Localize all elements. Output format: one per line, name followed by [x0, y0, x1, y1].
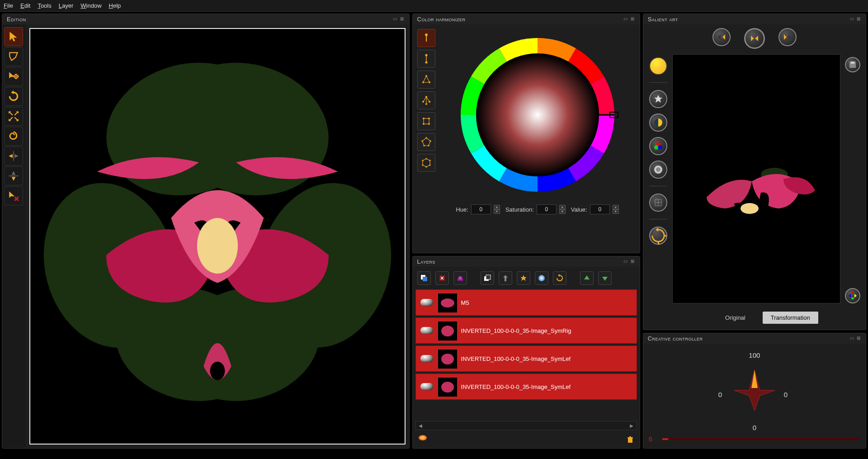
- original-tab[interactable]: Original: [717, 312, 754, 324]
- layer-thumbnail: [438, 321, 457, 340]
- panel-close-icon[interactable]: ⊠: [856, 336, 861, 341]
- sat-spinner[interactable]: ▲▼: [559, 205, 566, 214]
- triad-scheme[interactable]: [417, 71, 435, 89]
- slider-value: 6: [649, 435, 658, 443]
- saturation-input[interactable]: [537, 204, 557, 214]
- move-up-button[interactable]: [580, 271, 594, 285]
- hue-input[interactable]: [471, 204, 491, 214]
- layer-thumbnail: [438, 293, 457, 312]
- scroll-right-icon[interactable]: ►: [629, 422, 635, 429]
- layers-title: Layers: [417, 258, 435, 265]
- pentagon-scheme[interactable]: [417, 133, 435, 151]
- visibility-toggle-icon[interactable]: [420, 383, 433, 390]
- mono-scheme[interactable]: [417, 29, 435, 47]
- grid-mode-button[interactable]: [649, 194, 667, 212]
- color-layer-button[interactable]: [535, 271, 548, 285]
- val-spinner[interactable]: ▲▼: [613, 205, 619, 214]
- effects-layer-button[interactable]: [517, 271, 530, 285]
- panel-minimize-icon[interactable]: ▭: [393, 17, 398, 22]
- visibility-toggle-icon[interactable]: [420, 327, 433, 334]
- panel-close-icon[interactable]: ⊠: [630, 17, 635, 22]
- reset-variation-button[interactable]: [744, 28, 765, 49]
- save-preview-button[interactable]: [845, 57, 860, 72]
- panel-minimize-icon[interactable]: ▭: [849, 336, 854, 341]
- split-scheme[interactable]: [417, 91, 435, 109]
- svg-point-52: [441, 354, 454, 364]
- scroll-left-icon[interactable]: ◄: [418, 422, 424, 429]
- panel-close-icon[interactable]: ⊠: [856, 17, 861, 22]
- merge-layer-button[interactable]: [499, 271, 512, 285]
- cycle-button[interactable]: [649, 227, 667, 245]
- menu-layer[interactable]: Layer: [59, 2, 74, 9]
- layer-name: INVERTED_100-0-0-0_35-Image_SymLef: [461, 355, 571, 362]
- canvas[interactable]: [29, 28, 406, 445]
- rgb-mode-button[interactable]: [649, 137, 667, 155]
- menu-file[interactable]: File: [4, 2, 13, 9]
- svg-rect-58: [629, 436, 631, 437]
- star-left-value: 0: [718, 391, 722, 398]
- delete-tool[interactable]: [4, 186, 23, 205]
- visibility-toggle-icon[interactable]: [420, 299, 433, 306]
- creative-star-control[interactable]: 100 0 0 0: [649, 349, 860, 431]
- hue-wheel-button[interactable]: [845, 288, 860, 303]
- complementary-scheme[interactable]: [417, 50, 435, 68]
- duplicate-layer-button[interactable]: [453, 271, 467, 285]
- visibility-toggle-icon[interactable]: [420, 355, 433, 362]
- reset-layer-button[interactable]: [553, 271, 566, 285]
- menu-window[interactable]: Window: [80, 2, 101, 9]
- edition-title: Edition: [7, 16, 26, 23]
- delete-layer-button[interactable]: [435, 271, 449, 285]
- trash-button[interactable]: [626, 435, 634, 445]
- creative-controller-title: Creative controller: [648, 335, 703, 342]
- creative-controller-panel: Creative controller ▭ ⊠ 100 0 0 0: [643, 333, 866, 449]
- copy-layer-button[interactable]: [481, 271, 494, 285]
- svg-point-48: [441, 298, 454, 308]
- layers-panel: Layers ▭ ⊠: [412, 256, 640, 449]
- menu-help[interactable]: Help: [109, 2, 121, 9]
- color-wheel[interactable]: [452, 29, 623, 201]
- horizontal-scrollbar[interactable]: ◄ ►: [415, 421, 637, 430]
- panel-minimize-icon[interactable]: ▭: [849, 17, 854, 22]
- panel-minimize-icon[interactable]: ▭: [623, 17, 628, 22]
- pointer-tool[interactable]: [4, 27, 23, 46]
- panel-close-icon[interactable]: ⊠: [630, 259, 635, 264]
- hue-spinner[interactable]: ▲▼: [494, 205, 500, 214]
- new-layer-button[interactable]: [417, 271, 431, 285]
- svg-point-9: [425, 33, 428, 36]
- svg-rect-70: [851, 62, 854, 64]
- next-variation-button[interactable]: [778, 28, 797, 46]
- square-scheme[interactable]: [417, 112, 435, 130]
- svg-point-12: [425, 62, 427, 64]
- star-mode-button[interactable]: [649, 90, 667, 108]
- menu-edit[interactable]: Edit: [20, 2, 30, 9]
- creative-slider[interactable]: [662, 438, 860, 440]
- layer-row[interactable]: M5: [415, 289, 637, 316]
- move-tool[interactable]: [4, 67, 23, 86]
- split-mode-button[interactable]: [649, 114, 667, 132]
- panel-minimize-icon[interactable]: ▭: [623, 259, 628, 264]
- layer-effects-button[interactable]: [418, 435, 434, 445]
- move-down-button[interactable]: [598, 271, 612, 285]
- swirl-tool[interactable]: [4, 127, 23, 146]
- value-input[interactable]: [590, 204, 610, 214]
- layer-row[interactable]: INVERTED_100-0-0-0_35-Image_SymLef: [415, 345, 637, 372]
- scale-tool[interactable]: [4, 107, 23, 126]
- value-label: Value:: [571, 206, 587, 213]
- chrome-mode-button[interactable]: [649, 161, 667, 179]
- salient-preview[interactable]: [672, 54, 840, 303]
- panel-close-icon[interactable]: ⊠: [400, 17, 405, 22]
- flip-vertical-tool[interactable]: [4, 166, 23, 185]
- hexagon-scheme[interactable]: [417, 154, 435, 172]
- menu-tools[interactable]: Tools: [38, 2, 51, 9]
- star-right-value: 0: [784, 391, 788, 398]
- prev-variation-button[interactable]: [712, 28, 731, 46]
- gold-mode-button[interactable]: [649, 57, 667, 75]
- rotate-tool[interactable]: [4, 87, 23, 106]
- layer-row[interactable]: INVERTED_100-0-0-0_35-Image_SymRig: [415, 317, 637, 344]
- flip-horizontal-tool[interactable]: [4, 147, 23, 166]
- transformation-tab[interactable]: Transformation: [763, 312, 818, 324]
- lasso-tool[interactable]: [4, 47, 23, 66]
- separator: [649, 219, 667, 219]
- svg-point-68: [741, 203, 759, 214]
- layer-row[interactable]: INVERTED_100-0-0-0_35-Image_SymLef: [415, 374, 637, 400]
